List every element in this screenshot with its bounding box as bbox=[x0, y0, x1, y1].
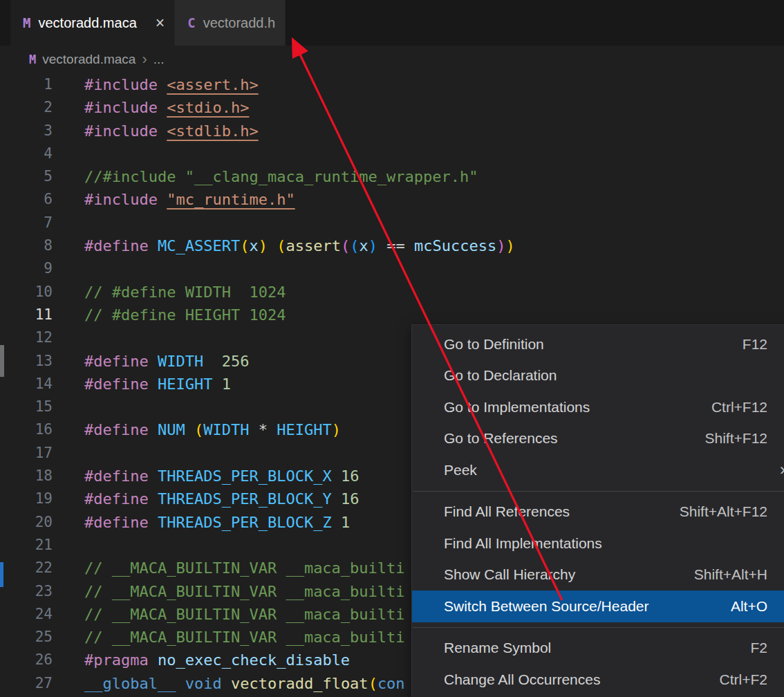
line-number: 5 bbox=[0, 165, 53, 188]
line-number: 9 bbox=[0, 257, 53, 280]
menu-item-label: Peek bbox=[444, 462, 767, 478]
code-text: // #define WIDTH 1024 bbox=[84, 281, 286, 304]
menu-shortcut: F2 bbox=[750, 640, 767, 656]
line-number: 10 bbox=[0, 281, 53, 304]
menu-shortcut: Shift+Alt+H bbox=[694, 566, 767, 583]
breadcrumb[interactable]: M vectoradd.maca › ... bbox=[0, 46, 784, 73]
code-text: // #define HEIGHT 1024 bbox=[84, 304, 286, 326]
code-text: #define MC_ASSERT(x) (assert((x) == mcSu… bbox=[84, 234, 515, 257]
menu-item-go-to-references[interactable]: Go to ReferencesShift+F12 bbox=[412, 423, 784, 455]
line-number: 3 bbox=[0, 120, 53, 142]
tab-vectoradd-h[interactable]: Cvectoradd.h bbox=[175, 0, 286, 46]
menu-shortcut: Shift+F12 bbox=[705, 430, 767, 447]
line-number: 21 bbox=[0, 534, 53, 557]
menu-item-peek[interactable]: Peek› bbox=[412, 454, 784, 486]
menu-item-show-call-hierarchy[interactable]: Show Call HierarchyShift+Alt+H bbox=[412, 559, 784, 591]
menu-item-label: Go to Declaration bbox=[444, 367, 767, 384]
line-number: 12 bbox=[0, 326, 53, 349]
line-number: 27 bbox=[0, 672, 53, 695]
code-text: // __MACA_BUILTIN_VAR __maca_builti bbox=[84, 603, 405, 626]
code-text: __global__ void vectoradd_float(con bbox=[84, 672, 405, 695]
menu-item-rename-symbol[interactable]: Rename SymbolF2 bbox=[412, 633, 784, 665]
tab-label: vectoradd.maca bbox=[38, 15, 136, 31]
menu-item-label: Change All Occurrences bbox=[444, 671, 720, 688]
line-number: 22 bbox=[0, 557, 53, 579]
submenu-chevron-icon: › bbox=[780, 460, 784, 479]
breadcrumb-more[interactable]: ... bbox=[153, 52, 165, 67]
context-menu: Go to DefinitionF12Go to DeclarationGo t… bbox=[411, 324, 784, 697]
line-number: 13 bbox=[0, 350, 53, 373]
tab-vectoradd-maca[interactable]: Mvectoradd.maca× bbox=[10, 0, 175, 46]
breadcrumb-file[interactable]: vectoradd.maca bbox=[42, 52, 136, 67]
menu-item-go-to-declaration[interactable]: Go to Declaration bbox=[412, 360, 784, 392]
code-text: //#include "__clang_maca_runtime_wrapper… bbox=[84, 165, 478, 188]
code-line-7[interactable]: 7 bbox=[0, 212, 784, 234]
menu-shortcut: Ctrl+F12 bbox=[711, 399, 767, 416]
code-line-9[interactable]: 9 bbox=[0, 257, 784, 280]
line-number: 4 bbox=[0, 142, 53, 165]
menu-separator bbox=[413, 627, 784, 628]
close-icon[interactable]: × bbox=[156, 15, 165, 31]
line-number: 23 bbox=[0, 580, 53, 603]
line-number: 2 bbox=[0, 96, 53, 119]
code-line-2[interactable]: 2#include <stdio.h> bbox=[0, 96, 784, 119]
menu-item-label: Show Call Hierarchy bbox=[444, 566, 694, 583]
menu-shortcut: Shift+Alt+F12 bbox=[680, 503, 767, 520]
menu-shortcut: F12 bbox=[743, 336, 767, 353]
line-number: 20 bbox=[0, 511, 53, 534]
menu-item-go-to-implementations[interactable]: Go to ImplementationsCtrl+F12 bbox=[412, 391, 784, 423]
menu-item-label: Find All Implementations bbox=[444, 535, 767, 552]
menu-item-label: Switch Between Source/Header bbox=[444, 598, 731, 615]
code-line-4[interactable]: 4 bbox=[0, 142, 784, 165]
code-line-5[interactable]: 5//#include "__clang_maca_runtime_wrappe… bbox=[0, 165, 784, 188]
code-text: #include <stdlib.h> bbox=[84, 120, 259, 142]
menu-separator bbox=[413, 491, 784, 492]
left-edge-artifact bbox=[0, 562, 3, 587]
file-type-icon: M bbox=[23, 15, 30, 30]
code-line-11[interactable]: 11// #define HEIGHT 1024 bbox=[0, 304, 784, 326]
menu-item-change-all-occurrences[interactable]: Change All OccurrencesCtrl+F2 bbox=[412, 664, 784, 696]
code-line-8[interactable]: 8#define MC_ASSERT(x) (assert((x) == mcS… bbox=[0, 234, 784, 257]
line-number: 19 bbox=[0, 487, 53, 510]
line-number: 14 bbox=[0, 373, 53, 396]
code-text: #include <stdio.h> bbox=[84, 96, 249, 119]
code-line-6[interactable]: 6#include "mc_runtime.h" bbox=[0, 188, 784, 211]
code-text: #define HEIGHT 1 bbox=[84, 373, 231, 396]
menu-item-switch-between-source-header[interactable]: Switch Between Source/HeaderAlt+O bbox=[412, 591, 784, 622]
menu-shortcut: Ctrl+F2 bbox=[720, 671, 767, 688]
menu-shortcut: Alt+O bbox=[731, 598, 767, 615]
code-line-3[interactable]: 3#include <stdlib.h> bbox=[0, 120, 784, 142]
file-type-icon: C bbox=[187, 15, 195, 30]
code-text: #include "mc_runtime.h" bbox=[84, 188, 295, 211]
menu-item-find-all-implementations[interactable]: Find All Implementations bbox=[412, 528, 784, 559]
line-number: 1 bbox=[0, 73, 53, 96]
code-text: // __MACA_BUILTIN_VAR __maca_builti bbox=[84, 557, 405, 579]
line-number: 25 bbox=[0, 626, 53, 649]
menu-item-go-to-definition[interactable]: Go to DefinitionF12 bbox=[412, 328, 784, 360]
line-number: 16 bbox=[0, 418, 53, 441]
code-text: #define THREADS_PER_BLOCK_Y 16 bbox=[84, 487, 359, 510]
code-text: #define NUM (WIDTH * HEIGHT) bbox=[84, 418, 341, 441]
code-line-10[interactable]: 10// #define WIDTH 1024 bbox=[0, 281, 784, 304]
line-number: 8 bbox=[0, 234, 53, 257]
line-number: 26 bbox=[0, 649, 53, 671]
code-text: #define WIDTH 256 bbox=[84, 350, 249, 373]
menu-item-label: Go to Implementations bbox=[444, 399, 711, 416]
line-number: 6 bbox=[0, 188, 53, 211]
menu-item-label: Rename Symbol bbox=[444, 640, 750, 656]
line-number: 15 bbox=[0, 396, 53, 418]
menu-item-label: Go to Definition bbox=[444, 336, 743, 353]
code-text: #pragma no_exec_check_disable bbox=[84, 649, 350, 671]
code-line-1[interactable]: 1#include <assert.h> bbox=[0, 73, 784, 96]
line-number: 24 bbox=[0, 603, 53, 626]
left-edge-artifact bbox=[0, 345, 4, 377]
tab-bar: Mvectoradd.maca×Cvectoradd.h bbox=[0, 0, 784, 46]
chevron-right-icon: › bbox=[142, 50, 147, 68]
code-text: #include <assert.h> bbox=[84, 73, 259, 96]
menu-item-find-all-references[interactable]: Find All ReferencesShift+Alt+F12 bbox=[412, 496, 784, 528]
file-type-icon: M bbox=[29, 53, 36, 66]
code-text: #define THREADS_PER_BLOCK_X 16 bbox=[84, 465, 359, 487]
code-text: // __MACA_BUILTIN_VAR __maca_builti bbox=[84, 580, 405, 603]
line-number: 18 bbox=[0, 465, 53, 487]
menu-item-label: Go to References bbox=[444, 430, 705, 447]
